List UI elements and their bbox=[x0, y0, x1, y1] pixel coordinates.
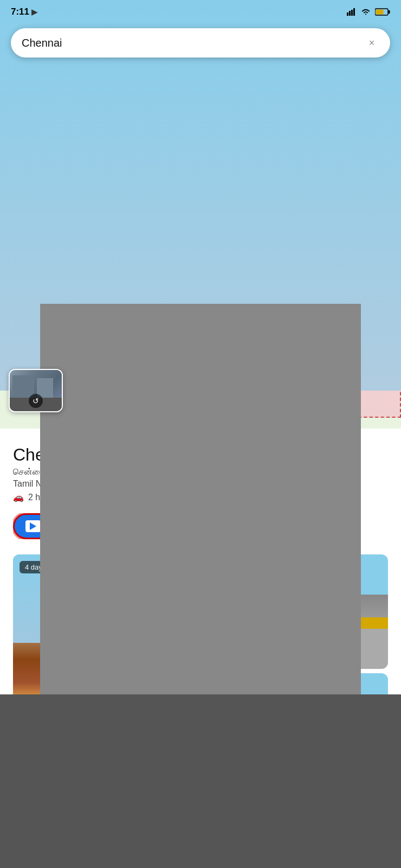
battery-icon bbox=[375, 8, 390, 16]
status-time: 7:11 ▶ bbox=[11, 7, 37, 17]
photo-side-column bbox=[277, 554, 388, 788]
status-icons bbox=[347, 8, 390, 16]
location-icon: ▶ bbox=[31, 8, 37, 16]
info-panel: Chennai சென்னை Tamil Nadu 🚗 2 hr 32 min … bbox=[0, 434, 401, 868]
search-query: Chennai bbox=[22, 37, 364, 49]
directions-arrow bbox=[30, 522, 36, 530]
directions-icon bbox=[25, 520, 41, 532]
photo-side-bottom-image bbox=[277, 673, 388, 788]
signal-icon bbox=[347, 8, 357, 16]
photos-section: 4 days ago bbox=[13, 554, 388, 788]
svg-rect-5 bbox=[389, 10, 390, 14]
svg-rect-6 bbox=[376, 10, 384, 15]
car-icon: 🚗 bbox=[13, 492, 24, 502]
svg-rect-1 bbox=[349, 11, 351, 16]
photo-side-bottom[interactable] bbox=[277, 673, 388, 788]
street-view-rotate-icon: ↺ bbox=[29, 394, 43, 408]
svg-rect-2 bbox=[351, 10, 353, 16]
search-bar[interactable]: Chennai × bbox=[11, 28, 390, 58]
svg-rect-3 bbox=[353, 8, 355, 16]
status-bar: 7:11 ▶ bbox=[0, 0, 401, 24]
wifi-icon bbox=[361, 8, 371, 16]
svg-rect-0 bbox=[347, 12, 348, 16]
street-view-thumbnail[interactable]: ↺ bbox=[9, 369, 63, 412]
time-display: 7:11 bbox=[11, 7, 29, 17]
search-clear-button[interactable]: × bbox=[364, 35, 379, 50]
